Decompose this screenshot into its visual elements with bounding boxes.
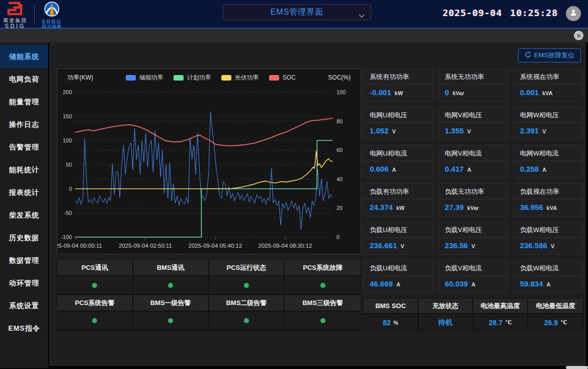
sidebar: 储能系统电网负荷能量管理操作日志告警管理能耗统计报表统计柴发系统历史数据数据管理… (0, 42, 48, 368)
svg-text:2025-09-04 08:30:12: 2025-09-04 08:30:12 (259, 243, 312, 249)
srbg-logo-icon (43, 1, 60, 19)
legend-item[interactable]: 储能功率 (126, 73, 163, 82)
metric-value-row: 0.001kVA (514, 85, 583, 97)
metric-card: 电网U相电压1.052V (363, 107, 433, 140)
metric-unit: A (392, 167, 396, 173)
logo-divider (34, 5, 35, 25)
page-select-value: EMS管理界面 (271, 7, 324, 18)
logo-group: 蜀道集团 SDIG SRBG 四川路桥 (3, 1, 62, 30)
sidebar-item-label: 数据管理 (9, 256, 39, 265)
metric-value-row: 2.391V (514, 123, 583, 135)
chart-header: 功率(KW) 储能功率计划功率光伏功率SOC SOC(%) (57, 69, 361, 86)
top-header: 蜀道集团 SDIG SRBG 四川路桥 EMS管理界面 (0, 0, 588, 29)
page-select[interactable]: EMS管理界面 (223, 4, 371, 20)
metric-value-row: 24.374kW (364, 199, 433, 211)
status-label: PCS运行状态 (209, 260, 285, 276)
legend-swatch (221, 75, 231, 81)
metric-label: 负载U相电压 (364, 222, 433, 238)
metric-value-row: -0.001kW (364, 85, 433, 97)
horizontal-scrollbar-thumb[interactable] (566, 366, 588, 369)
close-icon[interactable]: ✕ (574, 31, 583, 40)
legend-item[interactable]: 光伏功率 (221, 73, 259, 82)
sidebar-item-label: 系统设置 (9, 302, 39, 311)
refresh-icon (525, 51, 531, 59)
bms-unit: % (393, 320, 398, 326)
metric-unit: A (471, 281, 475, 287)
status-cell (285, 312, 361, 330)
status-ok-dot (320, 318, 325, 323)
metric-unit: V (400, 243, 404, 249)
legend-swatch (126, 75, 136, 81)
metric-value-row: 46.669A (364, 276, 433, 288)
metric-card: 负载视在功率36.956kVA (514, 183, 583, 216)
sidebar-item-diesel-system[interactable]: 柴发系统 (0, 204, 48, 227)
svg-text:80: 80 (337, 118, 343, 124)
user-avatar[interactable] (566, 6, 581, 21)
sidebar-item-label: 告警管理 (9, 143, 39, 152)
metric-value: 1.052 (370, 126, 389, 135)
sidebar-item-energy-stats[interactable]: 能耗统计 (0, 159, 48, 181)
sidebar-item-env-monitor[interactable]: 动环管理 (0, 272, 48, 294)
sidebar-item-label: 储能系统 (9, 52, 39, 61)
metric-value: 36.956 (520, 203, 543, 211)
metric-value: 0.001 (520, 88, 539, 97)
sidebar-item-label: 操作日志 (9, 120, 39, 129)
metric-value-row: 236.586V (514, 238, 583, 250)
power-soc-chart: 200150100500-50-1001008060402002025-09-0… (57, 86, 361, 254)
sidebar-item-history-data[interactable]: 历史数据 (0, 227, 48, 249)
sidebar-item-label: 历史数据 (9, 234, 39, 243)
status-ok-dot (168, 318, 173, 323)
content-panel: EMS故障复位 功率(KW) 储能功率计划功率光伏功率SOC SOC(%) 20… (50, 43, 585, 365)
metric-value: 2.391 (520, 126, 539, 135)
metric-label: 负载W相电流 (514, 260, 583, 276)
user-icon (569, 9, 577, 19)
metric-value: 27.39 (445, 203, 464, 211)
metric-value: 0.258 (520, 165, 539, 173)
status-label: PCS通讯 (57, 260, 133, 276)
sub-strip: ✕ (0, 29, 588, 42)
svg-text:0: 0 (337, 234, 340, 240)
sidebar-item-label: 柴发系统 (9, 211, 39, 220)
status-label: BMS通讯 (133, 260, 209, 276)
sidebar-item-data-mgmt[interactable]: 数据管理 (0, 249, 48, 272)
chart-legend: 储能功率计划功率光伏功率SOC (98, 73, 323, 82)
svg-text:150: 150 (63, 113, 72, 119)
metric-unit: A (547, 281, 551, 287)
sidebar-item-grid-load[interactable]: 电网负荷 (0, 68, 48, 91)
sidebar-item-energy-storage[interactable]: 储能系统 (0, 45, 48, 68)
metric-label: 电网U相电压 (364, 107, 433, 123)
metric-label: 负载W相电压 (514, 222, 583, 238)
status-cell (209, 312, 285, 330)
metric-card: 电网W相电流0.258A (514, 145, 583, 178)
sidebar-item-label: 电网负荷 (9, 75, 39, 84)
metric-value-row: 27.39kVar (439, 199, 508, 211)
sidebar-item-alarm-mgmt[interactable]: 告警管理 (0, 136, 48, 159)
legend-item[interactable]: 计划功率 (174, 73, 211, 82)
status-grid: PCS通讯BMS通讯PCS运行状态PCS系统故障PCS系统告警BMS一级告警BM… (57, 259, 361, 331)
metric-card: 负载U相电压236.661V (363, 222, 433, 255)
status-ok-dot (244, 283, 249, 288)
metric-unit: kVar (467, 205, 479, 211)
sidebar-item-report-stats[interactable]: 报表统计 (0, 181, 48, 204)
sidebar-item-energy-mgmt[interactable]: 能量管理 (0, 91, 48, 113)
sidebar-item-ems-command[interactable]: EMS指令 (0, 317, 48, 340)
metric-value-row: 60.039A (439, 276, 508, 288)
status-cell (133, 312, 209, 330)
legend-item[interactable]: SOC (269, 74, 296, 81)
metric-unit: V (471, 243, 475, 249)
svg-text:100: 100 (63, 137, 72, 143)
bms-value: 82 (383, 319, 391, 327)
status-label: PCS系统告警 (57, 295, 133, 312)
sidebar-item-operation-log[interactable]: 操作日志 (0, 113, 48, 136)
sidebar-item-system-settings[interactable]: 系统设置 (0, 294, 48, 317)
metric-label: 负载视在功率 (514, 184, 583, 199)
ems-dashboard: 蜀道集团 SDIG SRBG 四川路桥 EMS管理界面 (0, 0, 588, 369)
bms-header-cell: 充放状态 (418, 299, 473, 314)
ems-fault-reset-button[interactable]: EMS故障复位 (518, 48, 581, 62)
bms-unit: ℃ (560, 319, 567, 326)
bms-table-header-row: BMS SOC充放状态电池最高温度电池最低温度 (364, 299, 583, 314)
legend-label: 光伏功率 (235, 73, 259, 82)
metric-label: 电网U相电流 (364, 145, 433, 161)
status-ok-dot (244, 318, 249, 323)
metric-label: 负载无功功率 (439, 184, 508, 199)
